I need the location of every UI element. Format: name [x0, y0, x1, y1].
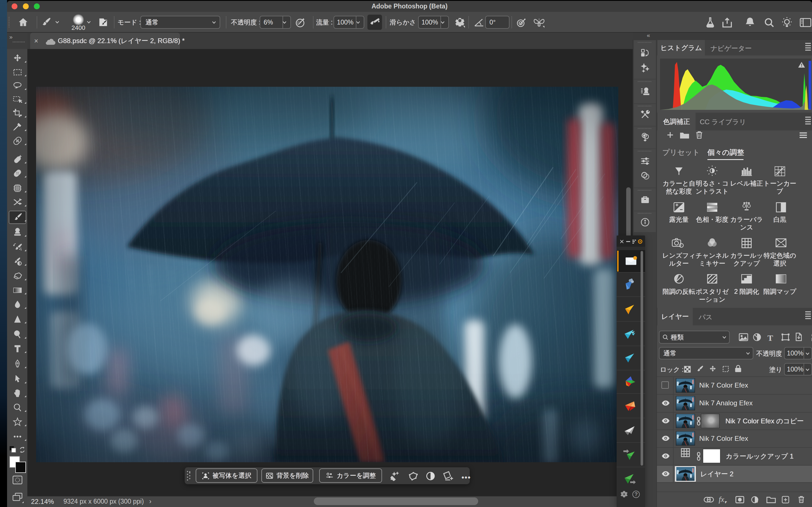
- svg-text:▾: ▾: [756, 500, 758, 504]
